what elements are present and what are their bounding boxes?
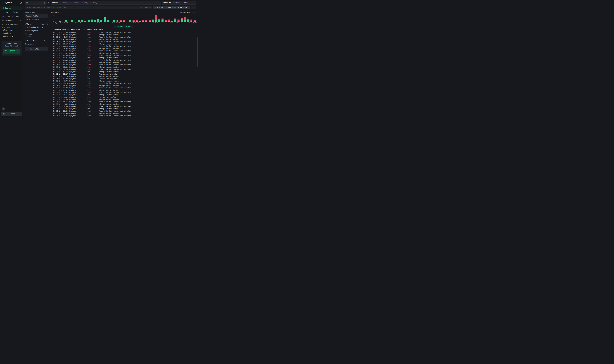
sidebar-item-chart-explorer[interactable]: Chart Explorer (0, 10, 23, 14)
row-expand-icon[interactable]: › (51, 101, 53, 103)
table-row[interactable]: ›May 15 1:41:25.370 PMpaymentinfoCharge … (51, 89, 196, 91)
row-expand-icon[interactable]: › (51, 110, 53, 112)
row-expand-icon[interactable]: › (51, 80, 53, 82)
row-expand-icon[interactable]: › (51, 96, 53, 98)
run-query-button[interactable] (191, 6, 196, 9)
histogram-bar[interactable] (58, 15, 61, 22)
column-header[interactable]: Body⋮ (99, 28, 196, 31)
histogram-bar[interactable] (106, 15, 109, 22)
table-row[interactable]: ›May 15 1:42:26.920 PMpaymentinfoCharge … (51, 48, 196, 50)
table-row[interactable]: ›May 15 1:41:30.283 PMpaymenterrorVisa c… (51, 82, 196, 84)
histogram-bar[interactable] (129, 15, 132, 22)
row-expand-icon[interactable]: › (51, 82, 53, 84)
row-expand-icon[interactable]: › (51, 31, 53, 34)
histogram-bar[interactable] (164, 15, 167, 22)
histogram-bar[interactable] (97, 15, 100, 22)
table-row[interactable]: ›May 15 1:42:01.824 PMpaymenterrorVisa c… (51, 64, 196, 66)
table-row[interactable]: ›May 15 1:42:04.392 PMpaymenterrorVisa c… (51, 59, 196, 61)
histogram-bar[interactable] (77, 15, 81, 22)
histogram-bar[interactable] (109, 15, 113, 22)
create-dashboard-button[interactable]: + Create Dashboard (0, 23, 23, 26)
sql-query[interactable]: SELECT Timestamp, ServiceName, SeverityT… (51, 1, 161, 5)
row-expand-icon[interactable]: › (51, 85, 53, 87)
histogram-bar[interactable] (174, 15, 177, 22)
row-expand-icon[interactable]: › (51, 105, 53, 108)
local-mode-button[interactable]: U Local mode (1, 112, 22, 116)
table-row[interactable]: ›May 15 1:42:13.019 PMpaymentinfoCharge … (51, 52, 196, 54)
row-expand-icon[interactable]: › (51, 45, 53, 47)
histogram-bar[interactable] (84, 15, 87, 22)
histogram-bar[interactable] (135, 15, 138, 22)
histogram-bar[interactable] (100, 15, 103, 22)
histogram-bar[interactable] (161, 15, 164, 22)
histogram-bar[interactable] (122, 15, 126, 22)
presets-toggle[interactable]: PRESETS (0, 26, 23, 29)
table-row[interactable]: ›May 15 1:42:36.184 PMpaymentinfoCharge … (51, 43, 196, 45)
help-button[interactable]: ? (2, 107, 5, 111)
preset-item-kubernetes[interactable]: Kubernetes (0, 35, 23, 38)
histogram-bar[interactable] (125, 15, 129, 22)
histogram-bar[interactable] (142, 15, 145, 22)
row-expand-icon[interactable]: › (51, 50, 53, 52)
table-row[interactable]: ›May 15 1:42:50.834 PMpaymentinfoCharge … (51, 34, 196, 36)
histogram-bar[interactable] (148, 15, 151, 22)
row-expand-icon[interactable]: › (51, 71, 53, 73)
row-expand-icon[interactable]: › (51, 40, 53, 43)
gear-icon[interactable]: ⚙ (48, 2, 50, 4)
table-row[interactable]: ›May 15 1:40:44.546 PMpaymentinfoCharge … (51, 103, 196, 105)
table-row[interactable]: ›May 15 1:42:36.188 PMpaymenterrorVisa c… (51, 40, 196, 43)
table-row[interactable]: ›May 15 1:42:43.336 PMpaymentinfoCharge … (51, 38, 196, 40)
filter-option-error[interactable]: error (25, 33, 48, 36)
column-header[interactable]: SeverityText⋮ (87, 28, 99, 31)
row-expand-icon[interactable]: › (51, 57, 53, 59)
row-expand-icon[interactable]: › (51, 78, 53, 80)
table-row[interactable]: ›May 15 1:40:38.462 PMpaymentinfoCharge … (51, 108, 196, 110)
table-row[interactable]: ›May 15 1:40:26.445 PMpaymenterrorVisa c… (51, 110, 196, 112)
histogram-bar[interactable] (61, 15, 65, 22)
table-row[interactable]: ›May 15 1:41:30.275 PMpaymentinfoCharge … (51, 85, 196, 87)
row-expand-icon[interactable]: › (51, 38, 53, 40)
histogram-bar[interactable] (167, 15, 170, 22)
table-row[interactable]: ›May 15 1:41:21.678 PMpaymenterrorVisa c… (51, 91, 196, 94)
row-expand-icon[interactable]: › (51, 61, 53, 64)
table-row[interactable]: ›May 15 1:42:13.055 PMpaymenterrorVisa c… (51, 50, 196, 52)
mode-sql-label[interactable]: SQL (140, 7, 143, 8)
table-row[interactable]: ›May 15 1:42:50.843 PMpaymenterrorVisa c… (51, 31, 196, 34)
mode-lucene-label[interactable]: Lucene (145, 7, 151, 8)
resume-live-tail-button[interactable]: Resume Live Tail (114, 25, 133, 28)
row-expand-icon[interactable]: › (51, 66, 53, 68)
table-row[interactable]: ›May 15 1:42:43.360 PMpaymenterrorVisa c… (51, 36, 196, 38)
checkbox[interactable] (25, 36, 26, 38)
histogram-bar[interactable] (187, 15, 190, 22)
row-expand-icon[interactable]: › (51, 98, 53, 101)
table-row[interactable]: ›May 15 1:41:53.274 PMpaymentinfoTransac… (51, 73, 196, 75)
histogram-bar[interactable] (132, 15, 135, 22)
table-row[interactable]: ›May 15 1:41:14.373 PMpaymentinfoTransac… (51, 96, 196, 98)
facet-clear-button[interactable]: Clear (44, 40, 48, 42)
row-expand-icon[interactable]: › (51, 91, 53, 94)
table-row[interactable]: ›May 15 1:41:47.823 PMpaymentinfoTransac… (51, 78, 196, 80)
table-row[interactable]: ›May 15 1:42:27.131 PMpaymenterrorVisa c… (51, 45, 196, 47)
row-expand-icon[interactable]: › (51, 94, 53, 96)
sidebar-item-search[interactable]: Search (0, 6, 23, 10)
collapse-sidebar-icon[interactable] (20, 2, 22, 4)
checkbox[interactable]: ✓ (25, 43, 26, 45)
histogram-bar[interactable] (90, 15, 93, 22)
histogram-bar[interactable] (151, 15, 155, 22)
column-grip-icon[interactable]: ⋮ (84, 29, 85, 30)
histogram-bar[interactable] (65, 15, 68, 22)
histogram-bar[interactable] (68, 15, 71, 22)
sidebar-item-client-sessions[interactable]: Client Sessions (0, 14, 23, 18)
histogram-bar[interactable] (180, 15, 183, 22)
histogram-bar[interactable] (80, 15, 84, 22)
row-expand-icon[interactable]: › (51, 52, 53, 54)
column-header[interactable]: ServiceName⋮ (70, 28, 87, 31)
row-expand-icon[interactable]: › (51, 68, 53, 71)
table-row[interactable]: ›May 15 1:42:05.450 PMpaymentinfoCharge … (51, 57, 196, 59)
preset-item-clickhouse[interactable]: Clickhouse (0, 29, 23, 32)
histogram-bar[interactable] (93, 15, 97, 22)
histogram-bar[interactable] (103, 15, 106, 22)
histogram-bar[interactable] (74, 15, 77, 22)
table-row[interactable]: ›May 15 1:40:24.214 PMpaymentinfoCharge … (51, 117, 196, 117)
search-input[interactable] (26, 7, 139, 9)
